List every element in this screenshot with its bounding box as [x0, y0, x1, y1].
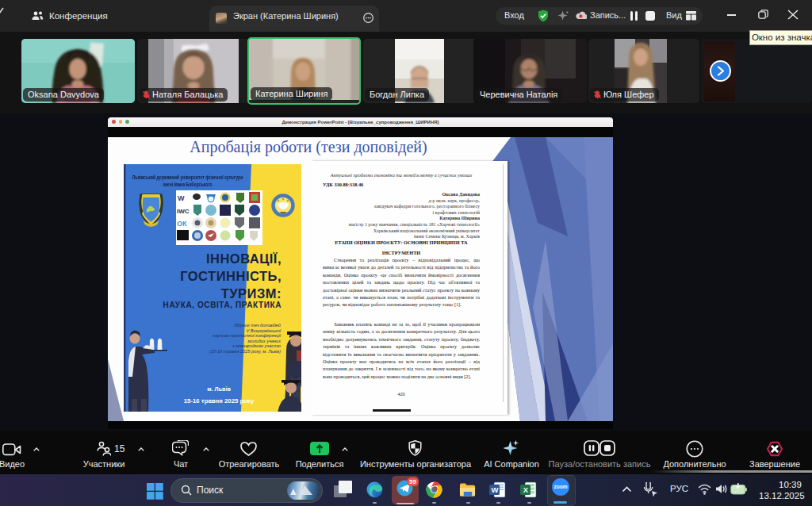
svg-text:ОК: ОК	[177, 220, 187, 228]
svg-text:W: W	[492, 485, 499, 494]
svg-text:IWC: IWC	[177, 208, 190, 215]
svg-text:X: X	[523, 485, 529, 494]
svg-text:W: W	[178, 194, 185, 202]
